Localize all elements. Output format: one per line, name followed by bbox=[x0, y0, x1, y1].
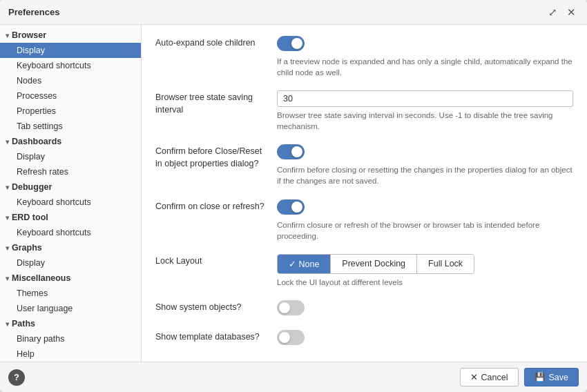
sidebar-group-paths-label: Paths bbox=[12, 319, 35, 329]
pref-row-confirm-close-reset: Confirm before Close/Reset in object pro… bbox=[155, 144, 573, 186]
sidebar-group-misc-header[interactable]: ▾ Miscellaneous bbox=[0, 271, 141, 286]
lock-layout-prevent-docking-btn[interactable]: Prevent Docking bbox=[331, 255, 417, 273]
pref-label-show-system-objects: Show system objects? bbox=[155, 300, 266, 314]
toggle-auto-expand[interactable] bbox=[277, 36, 305, 51]
pref-control-confirm-close-refresh: Confirm closure or refresh of the browse… bbox=[277, 199, 573, 242]
pref-control-show-template-databases bbox=[277, 330, 573, 347]
pref-desc-lock-layout: Lock the UI layout at different levels bbox=[277, 277, 573, 288]
sidebar-group-erd-label: ERD tool bbox=[12, 213, 48, 222]
toggle-confirm-close-refresh[interactable] bbox=[277, 199, 305, 215]
footer-left: ? bbox=[8, 369, 25, 386]
sidebar-group-paths: ▾ Paths Binary paths Help bbox=[0, 316, 141, 362]
sidebar-item-refresh-rates[interactable]: Refresh rates bbox=[0, 164, 141, 179]
sidebar-group-dashboards-label: Dashboards bbox=[12, 137, 61, 146]
sidebar-group-browser-label: Browser bbox=[12, 30, 46, 40]
save-icon: 💾 bbox=[535, 372, 546, 382]
pref-control-confirm-close-reset: Confirm before closing or resetting the … bbox=[277, 144, 573, 186]
pref-row-show-system-objects: Show system objects? bbox=[155, 300, 573, 317]
title-bar: Preferences ⤢ ✕ bbox=[0, 0, 587, 25]
chevron-down-icon: ▾ bbox=[6, 32, 9, 39]
sidebar-group-graphs-label: Graphs bbox=[12, 243, 42, 253]
pref-control-show-system-objects bbox=[277, 300, 573, 317]
pref-row-lock-layout: Lock Layout ✓ None Prevent Docking Full … bbox=[155, 254, 573, 288]
save-label: Save bbox=[549, 373, 569, 382]
pref-control-tree-state: Browser tree state saving interval in se… bbox=[277, 90, 573, 132]
pref-desc-tree-state: Browser tree state saving interval in se… bbox=[277, 110, 573, 132]
pref-label-auto-expand: Auto-expand sole children bbox=[155, 36, 266, 50]
sidebar-item-keyboard-browser[interactable]: Keyboard shortcuts bbox=[0, 58, 141, 73]
sidebar-group-browser-header[interactable]: ▾ Browser bbox=[0, 28, 141, 43]
pref-desc-confirm-close-refresh: Confirm closure or refresh of the browse… bbox=[277, 219, 573, 242]
sidebar-group-dashboards-header[interactable]: ▾ Dashboards bbox=[0, 134, 141, 149]
pref-label-confirm-close-refresh: Confirm on close or refresh? bbox=[155, 199, 266, 213]
pref-control-lock-layout: ✓ None Prevent Docking Full Lock Lock th… bbox=[277, 254, 573, 288]
chevron-down-icon: ▾ bbox=[6, 184, 9, 191]
lock-layout-full-lock-btn[interactable]: Full Lock bbox=[417, 255, 474, 273]
footer-right: ✕ Cancel 💾 Save bbox=[460, 368, 579, 386]
pref-row-auto-expand: Auto-expand sole children If a treeview … bbox=[155, 36, 573, 78]
pref-desc-auto-expand: If a treeview node is expanded and has o… bbox=[277, 56, 573, 78]
sidebar-group-paths-header[interactable]: ▾ Paths bbox=[0, 316, 141, 331]
sidebar-item-themes[interactable]: Themes bbox=[0, 286, 141, 301]
cancel-label: Cancel bbox=[481, 373, 508, 382]
toggle-confirm-close-reset[interactable] bbox=[277, 144, 305, 159]
dialog-title: Preferences bbox=[8, 7, 59, 17]
lock-layout-btn-group: ✓ None Prevent Docking Full Lock bbox=[277, 254, 474, 274]
sidebar-item-user-language[interactable]: User language bbox=[0, 301, 141, 316]
expand-button[interactable]: ⤢ bbox=[546, 6, 560, 19]
tree-state-input[interactable] bbox=[277, 90, 573, 107]
sidebar-item-properties[interactable]: Properties bbox=[0, 104, 141, 119]
sidebar-group-dashboards: ▾ Dashboards Display Refresh rates bbox=[0, 134, 141, 179]
pref-label-confirm-close-reset: Confirm before Close/Reset in object pro… bbox=[155, 144, 266, 170]
sidebar-item-display-browser[interactable]: Display bbox=[0, 43, 141, 58]
toggle-show-template-databases[interactable] bbox=[277, 330, 305, 345]
title-bar-actions: ⤢ ✕ bbox=[546, 6, 579, 19]
save-button[interactable]: 💾 Save bbox=[524, 368, 579, 386]
preferences-dialog: Preferences ⤢ ✕ ▾ Browser Display Keyboa… bbox=[0, 0, 587, 392]
chevron-down-icon: ▾ bbox=[6, 275, 9, 282]
sidebar-item-display-graphs[interactable]: Display bbox=[0, 255, 141, 271]
sidebar-group-debugger-label: Debugger bbox=[12, 182, 52, 192]
chevron-down-icon: ▾ bbox=[6, 244, 9, 252]
chevron-down-icon: ▾ bbox=[6, 320, 9, 328]
toggle-show-system-objects[interactable] bbox=[277, 300, 305, 315]
cancel-button[interactable]: ✕ Cancel bbox=[460, 368, 519, 386]
footer: ? ✕ Cancel 💾 Save bbox=[0, 362, 587, 392]
close-button[interactable]: ✕ bbox=[564, 6, 579, 19]
pref-row-tree-state: Browser tree state saving interval Brows… bbox=[155, 90, 573, 132]
sidebar-group-misc: ▾ Miscellaneous Themes User language bbox=[0, 271, 141, 316]
cancel-icon: ✕ bbox=[470, 372, 478, 382]
sidebar-item-help[interactable]: Help bbox=[0, 346, 141, 362]
pref-desc-confirm-close-reset: Confirm before closing or resetting the … bbox=[277, 164, 573, 186]
sidebar-item-tab-settings[interactable]: Tab settings bbox=[0, 119, 141, 134]
help-button[interactable]: ? bbox=[8, 369, 25, 386]
pref-label-tree-state: Browser tree state saving interval bbox=[155, 90, 266, 116]
sidebar-group-misc-label: Miscellaneous bbox=[12, 273, 70, 283]
main-content: ▾ Browser Display Keyboard shortcuts Nod… bbox=[0, 25, 587, 362]
pref-label-lock-layout: Lock Layout bbox=[155, 254, 266, 268]
sidebar-item-processes[interactable]: Processes bbox=[0, 88, 141, 104]
pref-row-confirm-close-refresh: Confirm on close or refresh? Confirm clo… bbox=[155, 199, 573, 242]
content-panel: Auto-expand sole children If a treeview … bbox=[142, 25, 587, 362]
sidebar-group-graphs-header[interactable]: ▾ Graphs bbox=[0, 240, 141, 255]
chevron-down-icon: ▾ bbox=[6, 138, 9, 146]
sidebar-item-display-dashboards[interactable]: Display bbox=[0, 149, 141, 164]
sidebar-item-keyboard-erd[interactable]: Keyboard shortcuts bbox=[0, 225, 141, 240]
sidebar-group-debugger: ▾ Debugger Keyboard shortcuts bbox=[0, 179, 141, 210]
sidebar-group-graphs: ▾ Graphs Display bbox=[0, 240, 141, 271]
sidebar-item-nodes[interactable]: Nodes bbox=[0, 73, 141, 88]
sidebar-item-binary-paths[interactable]: Binary paths bbox=[0, 331, 141, 346]
sidebar-group-browser: ▾ Browser Display Keyboard shortcuts Nod… bbox=[0, 28, 141, 134]
sidebar-group-debugger-header[interactable]: ▾ Debugger bbox=[0, 179, 141, 195]
sidebar-group-erd-header[interactable]: ▾ ERD tool bbox=[0, 210, 141, 225]
chevron-down-icon: ▾ bbox=[6, 214, 9, 222]
pref-control-auto-expand: If a treeview node is expanded and has o… bbox=[277, 36, 573, 78]
pref-label-show-template-databases: Show template databases? bbox=[155, 330, 266, 344]
sidebar-item-keyboard-debugger[interactable]: Keyboard shortcuts bbox=[0, 195, 141, 210]
lock-layout-none-btn[interactable]: ✓ None bbox=[278, 255, 331, 273]
sidebar: ▾ Browser Display Keyboard shortcuts Nod… bbox=[0, 25, 142, 362]
pref-row-show-template-databases: Show template databases? bbox=[155, 330, 573, 347]
sidebar-group-erd: ▾ ERD tool Keyboard shortcuts bbox=[0, 210, 141, 240]
